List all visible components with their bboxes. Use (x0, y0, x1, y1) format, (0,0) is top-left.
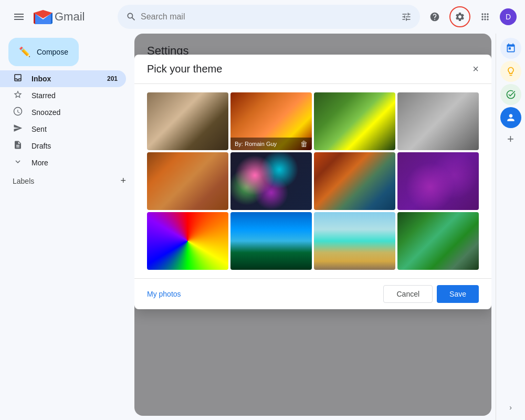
m-logo-icon (34, 10, 52, 24)
compose-button[interactable]: ✏️ Compose (8, 38, 79, 66)
sidebar-item-drafts[interactable]: Drafts (0, 138, 126, 154)
theme-item-bokeh[interactable] (230, 152, 312, 210)
drafts-label: Drafts (32, 142, 118, 150)
cancel-button[interactable]: Cancel (383, 285, 433, 303)
inbox-count: 201 (107, 75, 118, 82)
settings-button[interactable] (449, 6, 470, 27)
panel-icon-calendar[interactable] (500, 38, 521, 59)
gmail-logo: Gmail (34, 10, 85, 24)
compose-label: Compose (37, 48, 68, 56)
theme-grid: By: Romain Guy 🗑 (147, 92, 479, 270)
theme-item-lake[interactable] (230, 212, 312, 270)
topbar-right: D (424, 6, 517, 27)
avatar[interactable]: D (500, 8, 517, 25)
panel-icon-keep[interactable] (500, 61, 521, 82)
modal-header: Pick your theme × (134, 55, 491, 84)
labels-heading: Labels (13, 177, 34, 185)
topbar: Gmail D (0, 0, 525, 34)
panel-icon-tasks[interactable] (500, 84, 521, 105)
search-bar[interactable] (118, 5, 420, 29)
sidebar: ✏️ Compose Inbox 201 Starred Snoozed (0, 34, 134, 420)
compose-icon: ✏️ (19, 46, 30, 58)
topbar-left: Gmail (8, 6, 113, 27)
my-photos-button[interactable]: My photos (147, 290, 181, 298)
snoozed-label: Snoozed (32, 108, 118, 117)
theme-item-chess[interactable] (147, 92, 228, 150)
footer-buttons: Cancel Save (383, 285, 479, 303)
search-input[interactable] (141, 12, 397, 22)
main-content: Settings General Labels Inbox Accounts a… (134, 34, 491, 416)
theme-item-swirl[interactable] (147, 212, 228, 270)
modal-close-button[interactable]: × (472, 63, 479, 75)
theme-item-caterpillar[interactable] (314, 92, 395, 150)
gmail-text: Gmail (55, 10, 85, 24)
trash-icon[interactable]: 🗑 (300, 140, 308, 148)
sent-label: Sent (32, 125, 118, 133)
sidebar-item-snoozed[interactable]: Snoozed (0, 104, 126, 121)
search-filter-icon[interactable] (401, 12, 412, 22)
snooze-icon (13, 107, 23, 118)
modal-title: Pick your theme (147, 63, 222, 75)
search-icon (126, 12, 136, 22)
main-layout: ✏️ Compose Inbox 201 Starred Snoozed (0, 34, 525, 420)
sidebar-item-more[interactable]: More (0, 154, 126, 171)
sidebar-item-starred[interactable]: Starred (0, 87, 126, 104)
sidebar-item-inbox[interactable]: Inbox 201 (0, 70, 126, 87)
theme-item-river[interactable] (314, 152, 395, 210)
more-icon (13, 157, 23, 169)
theme-item-beach[interactable] (314, 212, 395, 270)
theme-caption-canyon: By: Romain Guy 🗑 (230, 138, 312, 150)
help-button[interactable] (424, 6, 445, 27)
theme-item-circles[interactable] (397, 92, 479, 150)
theme-item-forest[interactable] (397, 212, 479, 270)
more-label: More (32, 159, 118, 167)
panel-icon-contacts[interactable] (500, 107, 521, 128)
pick-theme-modal: Pick your theme × By: Romain Guy 🗑 (134, 55, 491, 309)
inbox-icon (13, 73, 23, 85)
panel-collapse-button[interactable]: › (509, 403, 512, 412)
right-panel: + › (496, 34, 525, 420)
save-button[interactable]: Save (437, 285, 479, 303)
theme-item-canyon[interactable]: By: Romain Guy 🗑 (230, 92, 312, 150)
modal-footer: My photos Cancel Save (134, 278, 491, 309)
inbox-label: Inbox (32, 75, 99, 83)
theme-caption-text: By: Romain Guy (235, 141, 277, 147)
apps-button[interactable] (475, 6, 496, 27)
modal-body[interactable]: By: Romain Guy 🗑 (134, 84, 491, 278)
theme-item-leaves[interactable] (147, 152, 228, 210)
hamburger-icon (14, 16, 24, 17)
hamburger-menu[interactable] (8, 6, 29, 27)
labels-section-header: Labels + (0, 171, 134, 188)
sent-icon (13, 123, 23, 135)
sidebar-item-sent[interactable]: Sent (0, 121, 126, 138)
panel-add-button[interactable]: + (507, 132, 514, 146)
star-icon (13, 90, 23, 101)
starred-label: Starred (32, 91, 118, 100)
drafts-icon (13, 140, 23, 152)
modal-overlay[interactable]: Pick your theme × By: Romain Guy 🗑 (134, 34, 491, 416)
add-label-button[interactable]: + (120, 175, 126, 186)
theme-item-jellyfish[interactable] (397, 152, 479, 210)
